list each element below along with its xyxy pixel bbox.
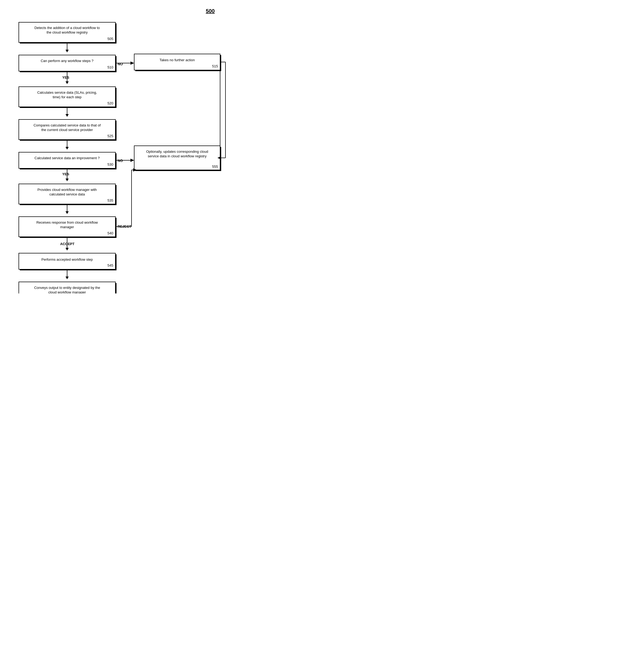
arrowhead-510-520 (66, 81, 69, 84)
box-520-text: Calculates service data (SLAs, pricing, (37, 91, 97, 95)
box-535-text: Provides cloud workflow manager with (37, 188, 97, 192)
arrowhead-535-540 (66, 211, 69, 214)
svg-rect-12 (19, 152, 116, 168)
box-515-text: Takes no further action (160, 58, 195, 62)
arrowhead-505-510 (66, 50, 69, 52)
box-545: Performs accepted workflow step 545 (19, 253, 117, 270)
box-530-text: Calculated service data an improvement ? (34, 156, 100, 160)
box-540: Receives response from cloud workflow ma… (19, 217, 117, 238)
box-510: Can perform any workflow steps ? 510 (19, 55, 117, 72)
svg-rect-6 (134, 54, 220, 70)
box-545-num: 545 (107, 263, 113, 267)
box-540-num: 540 (107, 231, 113, 235)
box-505-num: 505 (107, 37, 113, 41)
box-515-num: 515 (212, 64, 218, 68)
box-535: Provides cloud workflow manager with cal… (19, 184, 117, 205)
diagram-title: 500 (11, 8, 231, 14)
box-540-text2: manager (60, 225, 74, 229)
svg-rect-4 (19, 55, 116, 71)
box-535-num: 535 (107, 198, 113, 202)
box-555-text: Optionally, updates corresponding cloud (146, 149, 208, 153)
arrowhead-540-545 (66, 248, 69, 250)
box-540-text: Receives response from cloud workflow (36, 220, 98, 224)
arrowhead-520-525 (66, 114, 69, 117)
box-525-text2: the current cloud service provider (41, 128, 93, 132)
arrowhead-530-555 (130, 159, 134, 162)
box-525-text: Compares calculated service data to that… (33, 123, 101, 127)
no-label-530: NO (118, 159, 123, 163)
box-525: Compares calculated service data to that… (19, 119, 117, 141)
yes-label-530: YES (62, 172, 69, 176)
arrowhead-545-550 (66, 277, 69, 279)
title-label: 500 (206, 8, 215, 14)
no-label-510: NO (118, 62, 123, 66)
box-505-text: Detects the addition of a cloud workflow… (34, 26, 100, 30)
arrowhead-510-515 (130, 62, 134, 65)
box-550-text2: cloud workflow manager (48, 290, 86, 293)
box-525-num: 525 (107, 134, 113, 138)
box-510-num: 510 (107, 65, 113, 69)
box-505-text2: the cloud workflow registry (46, 30, 88, 34)
box-555-num: 555 (212, 165, 218, 169)
box-505: Detects the addition of a cloud workflow… (19, 22, 117, 44)
box-510-text: Can perform any workflow steps ? (41, 59, 94, 63)
arrowhead-530-535 (66, 178, 69, 181)
flowchart-svg: Detects the addition of a cloud workflow… (11, 20, 231, 293)
box-545-text: Performs accepted workflow step (41, 258, 93, 262)
arrowhead-525-530 (66, 147, 69, 149)
box-550: Conveys output to entity designated by t… (19, 282, 117, 293)
box-520: Calculates service data (SLAs, pricing, … (19, 87, 117, 108)
yes-label-510: YES (62, 75, 69, 79)
box-515: Takes no further action 515 (134, 54, 221, 71)
box-530: Calculated service data an improvement ?… (19, 152, 117, 169)
box-555-text2: service data in cloud workflow registry (148, 154, 207, 158)
box-550-text: Conveys output to entity designated by t… (34, 286, 100, 290)
box-530-num: 530 (107, 163, 113, 166)
box-520-text2: time) for each step (53, 95, 81, 99)
box-520-num: 520 (107, 101, 113, 105)
box-535-text2: calculated service data (49, 192, 85, 196)
box-555: Optionally, updates corresponding cloud … (134, 146, 221, 171)
